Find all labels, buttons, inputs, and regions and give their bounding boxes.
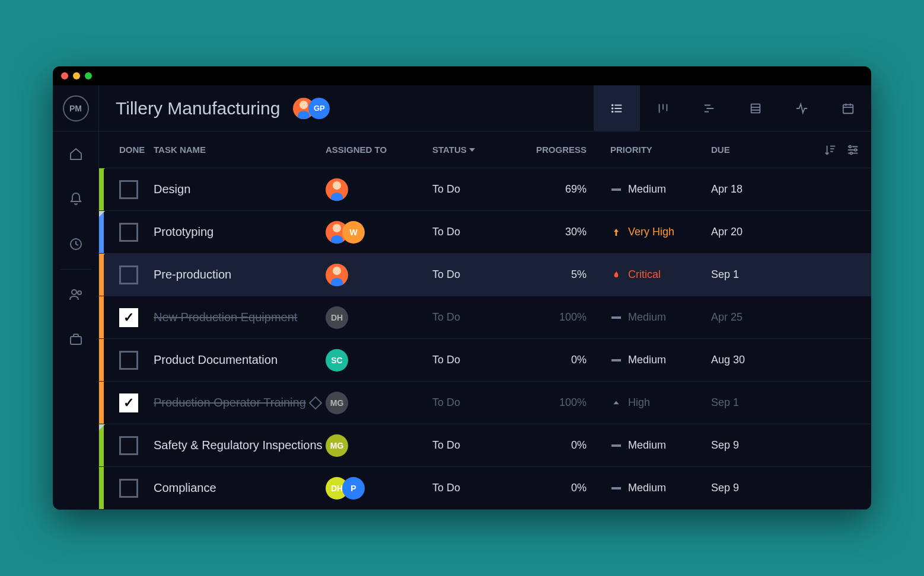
col-name[interactable]: TASK NAME [154, 145, 326, 155]
done-checkbox[interactable] [119, 180, 138, 199]
done-checkbox[interactable] [119, 265, 138, 284]
header-avatars[interactable]: GP [293, 98, 330, 119]
status-cell[interactable]: To Do [432, 311, 521, 324]
due-cell[interactable]: Sep 9 [711, 439, 788, 452]
progress-cell[interactable]: 0% [521, 439, 610, 452]
progress-cell[interactable]: 100% [521, 396, 610, 409]
avatar[interactable]: W [342, 221, 365, 244]
task-row[interactable]: DesignTo Do69%MediumApr 18 [99, 168, 871, 211]
col-progress[interactable]: PROGRESS [521, 145, 610, 155]
assignees[interactable]: MG [326, 392, 432, 414]
sidebar-team[interactable] [53, 272, 98, 317]
assignees[interactable]: DH [326, 306, 432, 329]
task-name[interactable]: Design [154, 183, 190, 196]
done-checkbox[interactable]: ✓ [119, 308, 138, 327]
task-row[interactable]: Pre-productionTo Do5%CriticalSep 1 [99, 254, 871, 296]
done-checkbox[interactable]: ✓ [119, 393, 138, 412]
col-due[interactable]: DUE [711, 145, 788, 155]
col-assigned[interactable]: ASSIGNED TO [326, 145, 432, 155]
done-checkbox[interactable] [119, 436, 138, 455]
done-checkbox[interactable] [119, 223, 138, 242]
priority-cell[interactable]: High [610, 396, 711, 409]
view-calendar-button[interactable] [825, 85, 871, 131]
view-gantt-button[interactable] [686, 85, 732, 131]
progress-cell[interactable]: 0% [521, 354, 610, 366]
view-activity-button[interactable] [779, 85, 825, 131]
sidebar-portfolio[interactable] [53, 317, 98, 362]
status-cell[interactable]: To Do [432, 396, 521, 409]
progress-cell[interactable]: 30% [521, 226, 610, 238]
assignees[interactable] [326, 264, 432, 286]
due-cell[interactable]: Apr 18 [711, 183, 788, 196]
avatar[interactable]: MG [326, 434, 348, 457]
priority-cell[interactable]: Medium [610, 311, 711, 324]
task-name[interactable]: Product Documentation [154, 353, 278, 367]
sidebar-home[interactable] [53, 132, 98, 177]
filter-icon[interactable] [846, 143, 859, 156]
due-cell[interactable]: Sep 1 [711, 396, 788, 409]
due-cell[interactable]: Aug 30 [711, 354, 788, 366]
priority-cell[interactable]: Medium [610, 439, 711, 452]
progress-cell[interactable]: 5% [521, 268, 610, 281]
status-cell[interactable]: To Do [432, 268, 521, 281]
assignees[interactable]: DHP [326, 477, 432, 500]
task-row[interactable]: Safety & Regulatory InspectionsMGTo Do0%… [99, 424, 871, 467]
app-logo[interactable]: PM [53, 85, 99, 131]
minimize-icon[interactable] [73, 72, 80, 79]
task-name[interactable]: Compliance [154, 481, 216, 495]
priority-cell[interactable]: Medium [610, 482, 711, 494]
due-cell[interactable]: Sep 1 [711, 268, 788, 281]
assignees[interactable]: SC [326, 349, 432, 372]
avatar[interactable] [326, 264, 348, 286]
task-row[interactable]: ✓Production Operator TrainingMGTo Do100%… [99, 382, 871, 424]
status-cell[interactable]: To Do [432, 183, 521, 196]
progress-cell[interactable]: 0% [521, 482, 610, 494]
avatar[interactable] [326, 178, 348, 201]
sidebar-notifications[interactable] [53, 177, 98, 222]
priority-cell[interactable]: Medium [610, 354, 711, 366]
avatar[interactable]: P [342, 477, 365, 500]
view-board-button[interactable] [640, 85, 686, 131]
task-name[interactable]: Pre-production [154, 268, 231, 281]
task-name[interactable]: Prototyping [154, 225, 214, 239]
task-row[interactable]: ✓New Production EquipmentDHTo Do100%Medi… [99, 296, 871, 339]
task-row[interactable]: ComplianceDHPTo Do0%MediumSep 9 [99, 467, 871, 510]
task-name[interactable]: New Production Equipment [154, 311, 297, 324]
close-icon[interactable] [61, 72, 68, 79]
status-cell[interactable]: To Do [432, 354, 521, 366]
avatar[interactable]: GP [308, 98, 330, 119]
view-sheet-button[interactable] [732, 85, 779, 131]
task-row[interactable]: PrototypingWTo Do30%Very HighApr 20 [99, 211, 871, 254]
avatar[interactable]: SC [326, 349, 348, 372]
task-name[interactable]: Safety & Regulatory Inspections [154, 439, 323, 452]
status-cell[interactable]: To Do [432, 226, 521, 238]
avatar[interactable]: MG [326, 392, 348, 414]
priority-cell[interactable]: Critical [610, 268, 711, 281]
assignees[interactable]: MG [326, 434, 432, 457]
priority-cell[interactable]: Medium [610, 183, 711, 196]
priority-cell[interactable]: Very High [610, 226, 711, 238]
due-cell[interactable]: Apr 20 [711, 226, 788, 238]
logo-badge: PM [63, 95, 89, 121]
sidebar-recent[interactable] [53, 222, 98, 267]
due-cell[interactable]: Sep 9 [711, 482, 788, 494]
col-priority[interactable]: PRIORITY [610, 145, 711, 155]
progress-cell[interactable]: 100% [521, 311, 610, 324]
task-row[interactable]: Product DocumentationSCTo Do0%MediumAug … [99, 339, 871, 382]
maximize-icon[interactable] [85, 72, 92, 79]
due-cell[interactable]: Apr 25 [711, 311, 788, 324]
assignees[interactable] [326, 178, 432, 201]
status-cell[interactable]: To Do [432, 482, 521, 494]
progress-cell[interactable]: 69% [521, 183, 610, 196]
status-cell[interactable]: To Do [432, 439, 521, 452]
task-name[interactable]: Production Operator Training [154, 396, 306, 409]
done-checkbox[interactable] [119, 479, 138, 498]
view-list-button[interactable] [594, 85, 640, 131]
done-checkbox[interactable] [119, 351, 138, 370]
sort-icon[interactable] [824, 143, 837, 156]
assignees[interactable]: W [326, 221, 432, 244]
svg-point-4 [612, 108, 613, 109]
col-status[interactable]: STATUS [432, 145, 521, 155]
avatar[interactable]: DH [326, 306, 348, 329]
col-done[interactable]: DONE [106, 145, 154, 155]
